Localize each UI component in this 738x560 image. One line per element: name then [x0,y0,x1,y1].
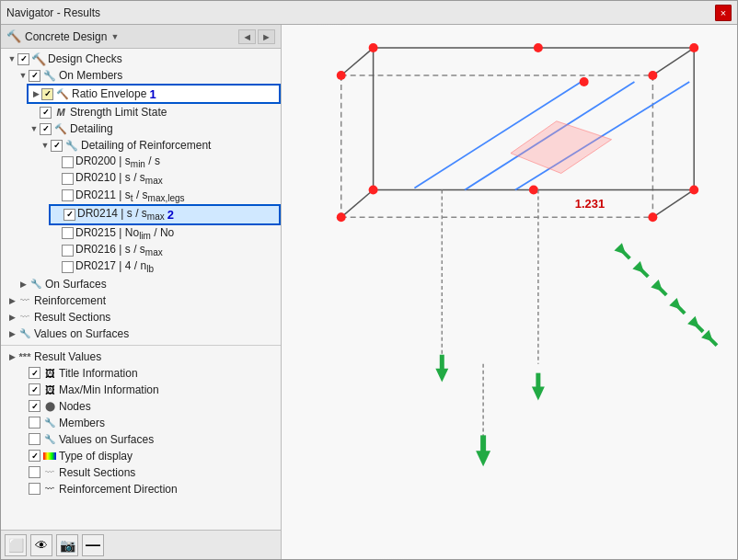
dr0216-item[interactable]: DR0216 | s / smax [49,242,281,258]
det-reinf-icon: 🔧 [64,138,79,153]
result-sec2-expand [17,467,29,478]
svg-point-19 [689,43,698,52]
svg-point-25 [369,185,378,194]
dr0200-checkbox[interactable] [62,156,74,168]
result-sections2-item[interactable]: 〰 Result Sections [16,464,281,481]
dr0214-checkbox[interactable] [63,209,75,221]
viewport[interactable]: 1.231 [282,25,737,559]
reinf-dir-expand [17,484,29,495]
dr0215-label: DR0215 | Nolim / No [75,226,174,241]
title-info-item[interactable]: 🖼 Title Information [16,365,281,382]
nodes-item[interactable]: ⬤ Nodes [16,398,281,415]
result-sections-top-label: Result Sections [34,311,110,324]
on-members-checkbox[interactable] [29,70,40,82]
strength-limit-item[interactable]: M Strength Limit State [27,104,281,120]
reinforcement-expand[interactable] [6,295,17,306]
reinf-dir-item[interactable]: 〰 Reinforcement Direction [16,481,281,497]
detailing-checkbox[interactable] [40,123,52,135]
values-surf2-icon: 🔧 [42,432,57,447]
right-panel[interactable]: 1.231 [282,25,737,559]
toolbar-button-1[interactable]: ⬜ [5,534,27,556]
ratio-envelope-item[interactable]: 🔨 Ratio Envelope 1 [27,84,281,104]
tree-container[interactable]: 🔨 Design Checks 🔧 On Members 🔨 Ratio Env… [1,49,281,530]
design-checks-expand[interactable] [6,53,17,64]
ratio-envelope-checkbox[interactable] [41,88,53,100]
result-sections-top-expand[interactable] [6,312,17,323]
reinf-dir-checkbox[interactable] [29,483,40,495]
maxmin-checkbox[interactable] [29,383,40,395]
det-of-reinf-item[interactable]: 🔧 Detailing of Reinforcement [38,137,281,154]
members-item[interactable]: 🔧 Members [16,415,281,431]
dr0200-label: DR0200 | smin / s [75,154,160,169]
dr0217-item[interactable]: DR0217 | 4 / nlb [49,258,281,275]
det-reinf-expand[interactable] [40,140,51,151]
svg-point-27 [529,185,538,194]
concrete-design-dropdown-icon: 🔨 [6,29,21,43]
values-surf2-checkbox[interactable] [29,433,40,445]
strength-checkbox[interactable] [40,107,52,119]
svg-point-24 [648,212,657,222]
reinforcement-label: Reinforcement [34,294,106,307]
design-checks-checkbox[interactable] [17,53,29,65]
dr0215-item[interactable]: DR0215 | Nolim / No [49,225,281,242]
reinforcement-item[interactable]: 〰 Reinforcement [5,292,281,309]
result-sections-top-item[interactable]: 〰 Result Sections [5,309,281,326]
arrow-right-btn[interactable]: ► [258,29,275,44]
close-button[interactable]: × [715,5,732,21]
result-values-label: Result Values [34,350,101,363]
det-reinf-checkbox[interactable] [51,140,63,152]
dr0200-item[interactable]: DR0200 | smin / s [49,154,281,170]
on-members-label: On Members [59,69,122,82]
type-display-expand [17,451,29,462]
title-info-checkbox[interactable] [29,367,40,379]
on-members-expand[interactable] [17,70,29,81]
members-checkbox[interactable] [29,417,40,429]
ratio-envelope-expand[interactable] [30,88,41,99]
window-title: Navigator - Results [6,6,100,19]
dr0217-checkbox[interactable] [62,261,74,273]
nodes-checkbox[interactable] [29,400,40,412]
values-on-surfaces-item[interactable]: 🔧 Values on Surfaces [5,326,281,342]
dr0210-checkbox[interactable] [62,173,74,185]
on-members-item[interactable]: 🔧 On Members [16,67,281,84]
detailing-icon: 🔨 [53,121,68,136]
type-display-checkbox[interactable] [29,450,40,462]
dropdown-arrow-icon: ▼ [110,32,119,41]
type-display-item[interactable]: Type of display [16,448,281,464]
arrow-left-btn[interactable]: ◄ [238,29,256,44]
nodes-icon: ⬤ [42,399,57,414]
design-checks-item[interactable]: 🔨 Design Checks [5,51,281,67]
dr0210-item[interactable]: DR0210 | s / smax [49,170,281,187]
detailing-item[interactable]: 🔨 Detailing [27,120,281,137]
dr0214-item[interactable]: DR0214 | s / smax 2 [49,204,281,224]
result-sec2-checkbox[interactable] [29,466,40,478]
on-surfaces-expand[interactable] [17,279,29,290]
values-on-surfaces-expand[interactable] [6,328,17,339]
dr0211-checkbox[interactable] [62,189,74,201]
svg-rect-0 [282,25,737,559]
toolbar-button-4[interactable]: — [82,534,104,556]
title-info-expand [17,368,29,379]
reinf-dir-icon: 〰 [42,482,57,497]
values-surfaces2-item[interactable]: 🔧 Values on Surfaces [16,431,281,448]
dr0215-checkbox[interactable] [62,227,74,239]
eye-icon: 👁 [35,538,48,553]
result-values-item[interactable]: *** Result Values [5,349,281,365]
frame-icon: ⬜ [8,538,24,553]
reinforcement-icon: 〰 [17,293,32,308]
dr0211-label: DR0211 | st / smax,legs [75,189,185,203]
toolbar-button-2[interactable]: 👁 [30,534,52,556]
title-info-icon: 🖼 [42,366,57,381]
result-values-icon: *** [17,349,32,364]
toolbar-button-3[interactable]: 📷 [56,534,78,556]
result-values-expand[interactable] [6,351,17,362]
on-surfaces-icon: 🔧 [29,277,43,291]
dr0210-expand [51,174,62,185]
maxmin-info-item[interactable]: 🖼 Max/Min Information [16,382,281,398]
dr0216-checkbox[interactable] [62,245,74,257]
dr0211-item[interactable]: DR0211 | st / smax,legs [49,188,281,204]
on-surfaces-item[interactable]: 🔧 On Surfaces [16,276,281,292]
detailing-expand[interactable] [29,123,40,134]
ratio-envelope-number: 1 [149,87,156,101]
strength-label: Strength Limit State [70,106,167,119]
